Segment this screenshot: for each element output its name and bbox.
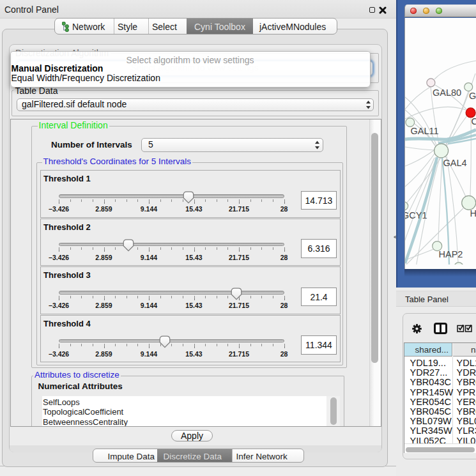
svg-text:GAL11: GAL11	[411, 126, 439, 136]
svg-text:GAL80: GAL80	[433, 88, 461, 98]
svg-text:GAL4: GAL4	[443, 158, 467, 168]
svg-text:GCY1: GCY1	[405, 210, 427, 220]
svg-text:C: C	[472, 116, 476, 127]
svg-text:G.: G.	[469, 91, 476, 101]
svg-text:HAP2: HAP2	[439, 249, 463, 259]
svg-text:H: H	[470, 208, 476, 219]
